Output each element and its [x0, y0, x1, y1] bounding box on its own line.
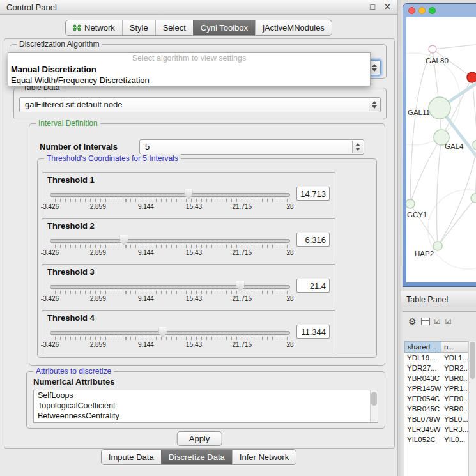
node [433, 242, 442, 250]
cell[interactable]: YPR145W [404, 383, 441, 394]
network-window-titlebar[interactable] [403, 4, 476, 17]
dropdown-prompt[interactable]: Select algorithm to view settings [8, 53, 370, 64]
node-selected [467, 72, 476, 82]
tab-discretize-data[interactable]: Discretize Data [161, 450, 232, 464]
select-all-checkbox-icon[interactable]: ☑ [434, 318, 441, 325]
scale-label: 21.715 [233, 295, 252, 302]
cell[interactable]: YIL0... [441, 434, 468, 445]
scrollbar-thumb[interactable] [470, 342, 475, 379]
number-of-intervals-combobox[interactable]: 5 [139, 139, 364, 155]
network-canvas[interactable]: GAL80 GAL11 GAL4 GCY1 HAP2 [406, 17, 476, 282]
scale-label: 2.859 [90, 249, 106, 256]
table-row[interactable]: YBR043CYBR0... [404, 373, 468, 383]
list-item[interactable]: BetweennessCentrality [34, 411, 378, 421]
table-data-combobox[interactable]: galFiltered.sif default node [19, 97, 381, 112]
threshold-4-slider[interactable]: -3.426 2.859 9.144 15.43 21.715 28 [49, 326, 291, 350]
scale-label: 2.859 [90, 341, 106, 348]
tab-network-label: Network [84, 23, 115, 33]
threshold-3-value-field[interactable]: 21.4 [296, 279, 330, 293]
scrollbar-thumb[interactable] [371, 392, 377, 406]
select-checkbox-icon[interactable]: ☑ [445, 318, 451, 325]
table-row[interactable]: YDL19...YDL1... [404, 353, 468, 363]
scale-label: 9.144 [138, 203, 154, 210]
cell[interactable]: YER0... [441, 394, 468, 404]
tab-network[interactable]: Network [66, 20, 122, 35]
scale-label: 15.43 [186, 203, 202, 210]
cell[interactable]: YBL079W [404, 414, 441, 424]
slider-scale: -3.426 2.859 9.144 15.43 21.715 28 [50, 249, 290, 257]
table-row[interactable]: YBL079WYBL0... [404, 414, 468, 424]
cell[interactable]: YBR0... [441, 404, 468, 414]
gear-icon[interactable]: ⚙ [408, 317, 417, 326]
table-row[interactable]: YER054CYER0... [404, 394, 468, 404]
tab-impute-data[interactable]: Impute Data [102, 450, 161, 464]
slider-track[interactable] [50, 239, 290, 243]
threshold-2-value-field[interactable]: 6.316 [296, 233, 330, 247]
column-header-name[interactable]: n... [441, 341, 468, 353]
tab-style[interactable]: Style [122, 20, 155, 35]
network-icon [73, 24, 81, 31]
table-row[interactable]: YPR145WYPR1... [404, 383, 468, 394]
cell[interactable]: YDR2... [441, 363, 468, 373]
table-row[interactable]: YLR345WYLR3... [404, 424, 468, 434]
discretization-algorithm-group-title: Discretization Algorithm [17, 40, 102, 49]
scale-label: 21.715 [233, 341, 252, 348]
cell[interactable]: YIL052C [404, 434, 441, 445]
dropdown-option-manual-discretization[interactable]: Manual Discretization [8, 64, 370, 75]
threshold-1-value-field[interactable]: 14.713 [296, 187, 330, 201]
column-header-shared-name[interactable]: shared... [404, 341, 441, 353]
combo-stepper-icon[interactable] [352, 141, 363, 153]
cell[interactable]: YBR0... [441, 373, 468, 383]
threshold-2-label: Threshold 2 [47, 221, 95, 231]
slider-thumb[interactable] [236, 281, 245, 291]
table-row[interactable]: YIL052CYIL0... [404, 434, 468, 445]
cell[interactable]: YBR045C [404, 404, 441, 414]
list-item[interactable]: SelfLoops [34, 390, 378, 401]
node-table: shared... n... YDL19...YDL1... YDR27...Y… [404, 341, 468, 476]
threshold-2-slider[interactable]: -3.426 2.859 9.144 15.43 21.715 28 [49, 234, 291, 258]
minimize-traffic-light[interactable] [418, 7, 426, 14]
cell[interactable]: YLR3... [441, 424, 468, 434]
cell[interactable]: YDL19... [404, 353, 441, 363]
close-icon[interactable]: ✕ [384, 0, 391, 14]
cell[interactable]: YER054C [404, 394, 441, 404]
table-row[interactable]: YDR27...YDR2... [404, 363, 468, 373]
threshold-1-slider[interactable]: -3.426 2.859 9.144 15.43 21.715 28 [49, 188, 291, 212]
threshold-4-value-field[interactable]: 11.344 [296, 325, 330, 339]
table-scrollbar[interactable] [468, 341, 476, 476]
tab-cyni-toolbox[interactable]: Cyni Toolbox [193, 20, 255, 35]
combo-stepper-icon[interactable] [369, 98, 380, 111]
node-label: HAP2 [415, 250, 434, 257]
numerical-attributes-list[interactable]: SelfLoops TopologicalCoefficient Between… [33, 390, 378, 423]
tab-select-label: Select [163, 23, 186, 33]
cell[interactable]: YLR345W [404, 424, 441, 434]
close-traffic-light[interactable] [408, 7, 415, 14]
apply-button[interactable]: Apply [177, 431, 222, 446]
table-row[interactable]: YBR045CYBR0... [404, 404, 468, 414]
list-item[interactable]: TopologicalCoefficient [34, 401, 378, 411]
table-data-combobox-value: galFiltered.sif default node [25, 100, 122, 109]
slider-thumb[interactable] [119, 235, 128, 245]
zoom-traffic-light[interactable] [429, 7, 436, 14]
top-tab-bar: Network Style Select Cyni Toolbox jActiv… [0, 20, 397, 36]
cell[interactable]: YBR043C [404, 373, 441, 383]
slider-track[interactable] [50, 285, 290, 289]
cell[interactable]: YPR1... [441, 383, 468, 394]
list-scrollbar[interactable] [370, 390, 378, 422]
cell[interactable]: YDR27... [404, 363, 441, 373]
slider-thumb[interactable] [158, 327, 167, 337]
node [429, 45, 436, 53]
cell[interactable]: YDL1... [441, 353, 468, 363]
slider-thumb[interactable] [185, 189, 193, 199]
tab-infer-network[interactable]: Infer Network [232, 450, 296, 464]
threshold-3-slider[interactable]: -3.426 2.859 9.144 15.43 21.715 28 [49, 280, 291, 304]
tab-select[interactable]: Select [155, 20, 193, 35]
columns-icon[interactable] [421, 318, 430, 325]
slider-track[interactable] [50, 331, 290, 335]
dropdown-option-equal-width-frequency[interactable]: Equal Width/Frequency Discretization [8, 75, 370, 86]
float-window-icon[interactable]: □ [370, 0, 375, 14]
tab-jactivemnodules[interactable]: jActiveMNodules [255, 20, 332, 35]
attributes-group: Attributes to discretize Numerical Attri… [26, 371, 385, 429]
slider-track[interactable] [50, 193, 290, 197]
cell[interactable]: YBL0... [441, 414, 468, 424]
